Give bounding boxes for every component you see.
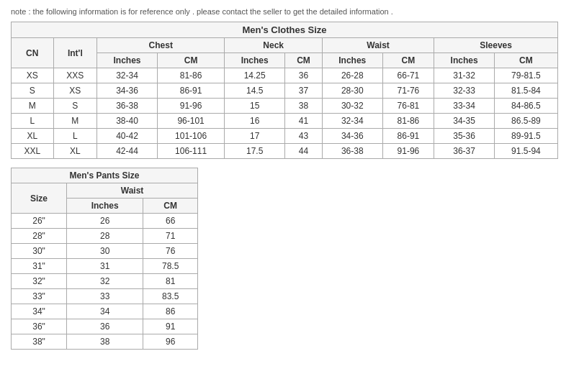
table-cell: M [53, 114, 97, 129]
table-cell: 28" [12, 229, 67, 244]
table-cell: 86-91 [157, 83, 225, 99]
table-cell: 37 [285, 83, 323, 99]
table-cell: 34" [12, 304, 67, 319]
table-cell: 89-91.5 [494, 129, 557, 144]
chest-cm-sub: CM [157, 53, 225, 68]
table-row: 30"3076 [12, 244, 198, 259]
neck-header: Neck [225, 38, 323, 53]
table-cell: 36-38 [97, 99, 158, 114]
table-cell: 76-81 [382, 99, 434, 114]
table-cell: 34-35 [434, 114, 495, 129]
table-cell: 106-111 [157, 144, 225, 159]
table-cell: 30" [12, 244, 67, 259]
table-cell: 91 [143, 319, 198, 334]
pants-inches-sub: Inches [67, 199, 143, 214]
table-cell: 76 [143, 244, 198, 259]
table-cell: 42-44 [97, 144, 158, 159]
table-cell: 91-96 [157, 99, 225, 114]
note-text: note : the following information is for … [11, 7, 568, 16]
table-cell: 15 [225, 99, 285, 114]
table-row: 36"3691 [12, 319, 198, 334]
neck-inches-sub: Inches [225, 53, 285, 68]
table-cell: L [53, 129, 97, 144]
table-cell: 81 [143, 274, 198, 289]
table-row: 31"3178.5 [12, 259, 198, 274]
table-row: 34"3486 [12, 304, 198, 319]
table-cell: 31-32 [434, 68, 495, 83]
table-cell: 86 [143, 304, 198, 319]
table-cell: 66 [143, 214, 198, 229]
table-cell: 86.5-89 [494, 114, 557, 129]
table-row: XXLXL42-44106-11117.54436-3891-9636-3791… [12, 144, 558, 159]
table-cell: 91-96 [382, 144, 434, 159]
table-cell: 96 [143, 334, 198, 350]
table-cell: 35-36 [434, 129, 495, 144]
table-cell: 38 [285, 99, 323, 114]
table-cell: 26" [12, 214, 67, 229]
sleeves-inches-sub: Inches [434, 53, 495, 68]
table-cell: 38 [67, 334, 143, 350]
table-cell: S [53, 99, 97, 114]
table-cell: 32 [67, 274, 143, 289]
table-cell: 26 [67, 214, 143, 229]
table-cell: XXS [53, 68, 97, 83]
table-cell: 43 [285, 129, 323, 144]
table-cell: M [12, 99, 54, 114]
table-cell: 28 [67, 229, 143, 244]
table-cell: L [12, 114, 54, 129]
table-row: 32"3281 [12, 274, 198, 289]
table-row: 26"2666 [12, 214, 198, 229]
table-cell: 31 [67, 259, 143, 274]
table-cell: 66-71 [382, 68, 434, 83]
cn-header: CN [12, 38, 54, 68]
table-cell: 36-37 [434, 144, 495, 159]
pants-cm-sub: CM [143, 199, 198, 214]
table-cell: 41 [285, 114, 323, 129]
table-row: XLL40-42101-106174334-3686-9135-3689-91.… [12, 129, 558, 144]
pants-size-header: Size [12, 183, 67, 214]
table-cell: 17 [225, 129, 285, 144]
table-cell: 96-101 [157, 114, 225, 129]
intl-header: Int'l [53, 38, 97, 68]
table-cell: 36-38 [322, 144, 382, 159]
table-cell: 14.5 [225, 83, 285, 99]
table-cell: 14.25 [225, 68, 285, 83]
table-cell: 36 [67, 319, 143, 334]
table-cell: 17.5 [225, 144, 285, 159]
mens-pants-title: Men's Pants Size [12, 168, 198, 183]
table-cell: XS [12, 68, 54, 83]
table-cell: 32-34 [97, 68, 158, 83]
table-cell: 32-33 [434, 83, 495, 99]
table-row: MS36-3891-96153830-3276-8133-3484-86.5 [12, 99, 558, 114]
table-cell: 38" [12, 334, 67, 350]
table-cell: 40-42 [97, 129, 158, 144]
table-cell: 33 [67, 289, 143, 304]
waist-header: Waist [322, 38, 434, 53]
mens-clothes-title: Men's Clothes Size [12, 22, 558, 38]
table-cell: 38-40 [97, 114, 158, 129]
table-cell: XL [53, 144, 97, 159]
table-cell: 81-86 [157, 68, 225, 83]
table-cell: 71 [143, 229, 198, 244]
table-cell: 36 [285, 68, 323, 83]
table-cell: 33-34 [434, 99, 495, 114]
table-cell: 33" [12, 289, 67, 304]
table-row: SXS34-3686-9114.53728-3071-7632-3381.5-8… [12, 83, 558, 99]
sleeves-header: Sleeves [434, 38, 558, 53]
table-cell: 32" [12, 274, 67, 289]
chest-inches-sub: Inches [97, 53, 158, 68]
table-cell: 16 [225, 114, 285, 129]
table-cell: 84-86.5 [494, 99, 557, 114]
table-cell: XL [12, 129, 54, 144]
table-cell: 83.5 [143, 289, 198, 304]
table-cell: 78.5 [143, 259, 198, 274]
table-cell: 32-34 [322, 114, 382, 129]
table-cell: 30-32 [322, 99, 382, 114]
table-cell: XS [53, 83, 97, 99]
table-cell: 81.5-84 [494, 83, 557, 99]
table-cell: 28-30 [322, 83, 382, 99]
mens-pants-table: Men's Pants Size Size Waist Inches CM 26… [11, 168, 198, 350]
neck-cm-sub: CM [285, 53, 323, 68]
table-row: 28"2871 [12, 229, 198, 244]
table-cell: 79-81.5 [494, 68, 557, 83]
